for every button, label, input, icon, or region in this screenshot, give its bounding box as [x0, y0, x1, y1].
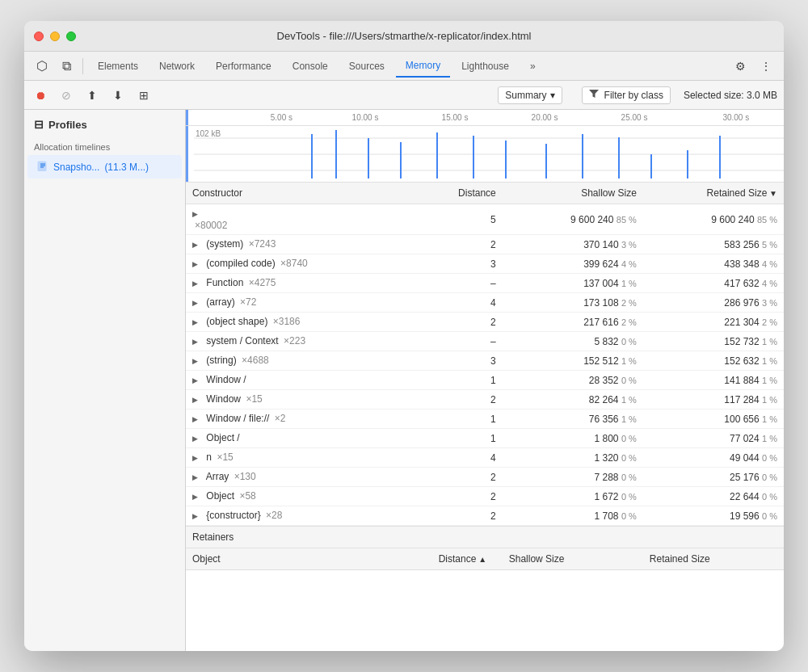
row-toggle[interactable]: ▶: [192, 260, 202, 270]
table-row[interactable]: ▶ (string) ×4688 3152 512 1 %152 632 1 %: [186, 351, 784, 371]
row-toggle[interactable]: ▶: [192, 357, 202, 367]
row-toggle[interactable]: ▶: [192, 473, 202, 483]
constructor-count: ×2: [275, 413, 286, 424]
cell-retained: 100 656 1 %: [643, 410, 784, 429]
summary-label: Summary: [505, 90, 546, 101]
settings-icon[interactable]: ⚙: [729, 55, 751, 78]
table-row[interactable]: ▶ Function ×4275 –137 004 1 %417 632 4 %: [186, 274, 784, 293]
tab-sources[interactable]: Sources: [339, 56, 394, 77]
cell-shallow: 137 004 1 %: [503, 274, 643, 293]
cell-retained: 25 176 0 %: [643, 468, 784, 487]
table-row[interactable]: ▶ (system) ×7243 2370 140 3 %583 256 5 %: [186, 235, 784, 254]
filter-section[interactable]: Filter by class: [582, 86, 671, 104]
constructor-name: Window: [206, 393, 241, 405]
cell-shallow: 1 800 0 %: [503, 429, 643, 448]
record-button[interactable]: ⏺: [31, 86, 50, 105]
upload-button[interactable]: ⬆: [82, 86, 102, 105]
maximize-button[interactable]: [66, 32, 76, 41]
table-row[interactable]: ▶ {constructor} ×28 21 708 0 %19 596 0 %: [186, 506, 784, 526]
cell-constructor: ▶ {constructor} ×28: [186, 506, 432, 526]
retainers-body: [186, 570, 784, 635]
table-row[interactable]: ▶ Object / 11 800 0 %77 024 1 %: [186, 429, 784, 448]
table-row[interactable]: ▶ n ×15 41 320 0 %49 044 0 %: [186, 448, 784, 468]
ruler-tick-3: 15.00 s: [442, 113, 469, 122]
row-toggle[interactable]: ▶: [192, 454, 202, 464]
row-toggle[interactable]: ▶: [192, 415, 202, 425]
table-row[interactable]: ▶ (compiled code) ×8740 3399 624 4 %438 …: [186, 254, 784, 274]
tab-performance[interactable]: Performance: [206, 56, 281, 77]
cell-distance: 2: [432, 468, 503, 487]
tab-more[interactable]: »: [520, 56, 545, 77]
retainers-col-retained[interactable]: Retained Size: [643, 548, 784, 570]
summary-section: Summary ▾: [498, 86, 562, 104]
row-toggle[interactable]: ▶: [192, 318, 202, 328]
constructor-name: ×80002: [192, 220, 426, 231]
tab-memory[interactable]: Memory: [396, 55, 450, 78]
row-toggle[interactable]: ▶: [192, 493, 202, 502]
minimize-button[interactable]: [50, 32, 60, 41]
table-row[interactable]: ▶ (array) ×72 4173 108 2 %286 976 3 %: [186, 293, 784, 313]
table-row[interactable]: ▶ (object shape) ×3186 2217 616 2 %221 3…: [186, 313, 784, 332]
row-toggle[interactable]: ▶: [192, 299, 202, 309]
cell-shallow: 5 832 0 %: [503, 332, 643, 351]
sidebar-item-snapshot[interactable]: Snapsho... (11.3 M...): [27, 155, 182, 178]
row-toggle[interactable]: ▶: [192, 512, 202, 522]
layers-icon[interactable]: ⧉: [55, 55, 78, 78]
cell-distance: 5: [432, 204, 503, 235]
allocation-timelines-label: Allocation timelines: [24, 136, 185, 155]
constructor-name: (array): [206, 296, 234, 308]
data-table-container[interactable]: Constructor Distance Shallow Size Retain…: [186, 183, 784, 651]
col-retained[interactable]: Retained Size: [643, 183, 784, 204]
constructor-count: ×223: [284, 335, 305, 346]
cell-distance: 1: [432, 410, 503, 429]
grid-button[interactable]: ⊞: [134, 86, 154, 105]
cell-retained: 417 632 4 %: [643, 274, 784, 293]
table-row[interactable]: ▶ Window ×15 282 264 1 %117 284 1 %: [186, 390, 784, 410]
retainers-col-distance[interactable]: Distance: [432, 548, 503, 570]
tab-lighthouse[interactable]: Lighthouse: [452, 56, 519, 77]
sidebar-profiles-header: ⊟ Profiles: [24, 110, 185, 136]
cursor-icon[interactable]: ⬡: [31, 55, 53, 78]
cell-constructor: ▶ (system) ×7243: [186, 235, 432, 254]
cell-distance: 2: [432, 313, 503, 332]
table-row[interactable]: ▶ Window / file:// ×2 176 356 1 %100 656…: [186, 410, 784, 429]
ruler-tick-4: 20.00 s: [532, 113, 558, 122]
cell-shallow: 399 624 4 %: [503, 254, 643, 274]
row-toggle[interactable]: ▶: [192, 396, 202, 405]
retainers-col-object: Object: [186, 548, 432, 570]
chevron-down-icon: ▾: [550, 90, 555, 101]
tab-elements[interactable]: Elements: [88, 56, 148, 77]
retainers-col-shallow[interactable]: Shallow Size: [503, 548, 643, 570]
constructor-count: ×15: [246, 393, 262, 405]
table-row[interactable]: ▶ Array ×130 27 288 0 %25 176 0 %: [186, 468, 784, 487]
download-button[interactable]: ⬇: [108, 86, 128, 105]
row-toggle[interactable]: ▶: [192, 241, 202, 250]
col-distance[interactable]: Distance: [432, 183, 503, 204]
window-title: DevTools - file:///Users/stmarthe/x-repl…: [277, 30, 532, 42]
tab-console[interactable]: Console: [283, 56, 338, 77]
row-toggle[interactable]: ▶: [192, 376, 202, 386]
cell-retained: 77 024 1 %: [643, 429, 784, 448]
cell-shallow: 370 140 3 %: [503, 235, 643, 254]
nav-tabs: ⬡ ⧉ Elements Network Performance Console…: [24, 52, 784, 81]
cell-shallow: 1 320 0 %: [503, 448, 643, 468]
row-toggle[interactable]: ▶: [192, 435, 202, 444]
row-toggle[interactable]: ▶: [192, 338, 202, 347]
row-toggle[interactable]: ▶: [192, 279, 202, 289]
table-row[interactable]: ▶ system / Context ×223 –5 832 0 %152 73…: [186, 332, 784, 351]
cell-constructor: ▶ Function ×4275: [186, 274, 432, 293]
tab-network[interactable]: Network: [149, 56, 204, 77]
cell-distance: 3: [432, 351, 503, 371]
col-shallow[interactable]: Shallow Size: [503, 183, 643, 204]
cell-shallow: 76 356 1 %: [503, 410, 643, 429]
divider: [82, 58, 83, 74]
table-row[interactable]: ▶ Object ×58 21 672 0 %22 644 0 %: [186, 487, 784, 506]
summary-dropdown[interactable]: Summary ▾: [498, 86, 562, 104]
table-row[interactable]: ▶ Window / 128 352 0 %141 884 1 %: [186, 371, 784, 390]
cell-distance: 1: [432, 371, 503, 390]
row-toggle[interactable]: ▶: [192, 210, 202, 220]
more-icon[interactable]: ⋮: [755, 55, 777, 78]
close-button[interactable]: [34, 32, 44, 41]
cell-distance: 2: [432, 487, 503, 506]
table-row[interactable]: ▶ ×80002 59 600 240 85 %9 600 240 85 %: [186, 204, 784, 235]
